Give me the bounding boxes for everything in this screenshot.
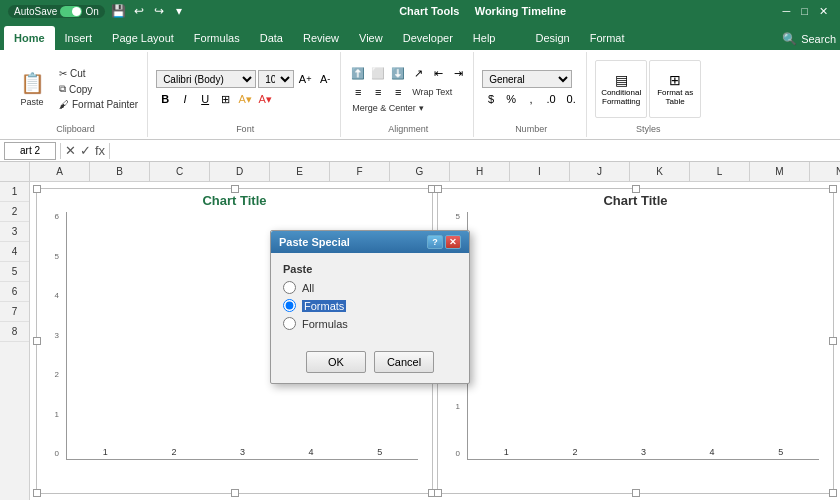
tab-page-layout[interactable]: Page Layout (102, 26, 184, 50)
tab-formulas[interactable]: Formulas (184, 26, 250, 50)
col-header-m[interactable]: M (750, 162, 810, 181)
decimal-decrease-button[interactable]: 0. (562, 90, 580, 108)
number-format-select[interactable]: General (482, 70, 572, 88)
conditional-formatting-button[interactable]: ▤ Conditional Formatting (595, 60, 647, 118)
col-header-l[interactable]: L (690, 162, 750, 181)
cancel-button[interactable]: Cancel (374, 351, 434, 373)
format-as-table-button[interactable]: ⊞ Format as Table (649, 60, 701, 118)
paste-formulas-option[interactable]: Formulas (283, 317, 457, 330)
row-num-3[interactable]: 3 (0, 222, 29, 242)
row-num-8[interactable]: 8 (0, 322, 29, 342)
decimal-increase-button[interactable]: .0 (542, 90, 560, 108)
search-label[interactable]: Search (801, 33, 836, 45)
paste-formats-radio[interactable] (283, 299, 296, 312)
col-header-g[interactable]: G (390, 162, 450, 181)
paste-all-radio[interactable] (283, 281, 296, 294)
font-size-select[interactable]: 10 (258, 70, 294, 88)
confirm-formula-icon[interactable]: ✓ (80, 143, 91, 158)
chart2-handle-bl[interactable] (434, 489, 442, 497)
bold-button[interactable]: B (156, 90, 174, 108)
chart1-handle-lm[interactable] (33, 337, 41, 345)
autosave-toggle-pill[interactable] (60, 6, 82, 17)
chart2-handle-bm[interactable] (632, 489, 640, 497)
col-header-d[interactable]: D (210, 162, 270, 181)
copy-button[interactable]: ⧉ Copy (56, 82, 141, 96)
align-middle-button[interactable]: ⬜ (369, 64, 387, 82)
chart1-handle-bm[interactable] (231, 489, 239, 497)
tab-review[interactable]: Review (293, 26, 349, 50)
minimize-btn[interactable]: ─ (778, 5, 794, 17)
chart2-wrapper[interactable]: Chart Title 0 1 2 3 4 5 (437, 188, 834, 494)
font-increase-btn[interactable]: A+ (296, 70, 314, 88)
cut-button[interactable]: ✂ Cut (56, 67, 141, 80)
text-direction-button[interactable]: ↗ (409, 64, 427, 82)
row-num-4[interactable]: 4 (0, 242, 29, 262)
indent-increase-button[interactable]: ⇥ (449, 64, 467, 82)
format-painter-button[interactable]: 🖌 Format Painter (56, 98, 141, 111)
undo-icon[interactable]: ↩ (131, 3, 147, 19)
maximize-btn[interactable]: □ (797, 5, 812, 17)
row-num-6[interactable]: 6 (0, 282, 29, 302)
fx-icon[interactable]: fx (95, 143, 105, 158)
tab-format[interactable]: Format (580, 26, 635, 50)
col-header-b[interactable]: B (90, 162, 150, 181)
redo-icon[interactable]: ↪ (151, 3, 167, 19)
tab-design[interactable]: Design (525, 26, 579, 50)
cancel-formula-icon[interactable]: ✕ (65, 143, 76, 158)
formula-input[interactable] (114, 142, 836, 160)
chart1-handle-tl[interactable] (33, 185, 41, 193)
dialog-help-btn[interactable]: ? (427, 235, 443, 249)
chart2-handle-br[interactable] (829, 489, 837, 497)
chart2-handle-tr[interactable] (829, 185, 837, 193)
tab-help[interactable]: Help (463, 26, 506, 50)
tab-insert[interactable]: Insert (55, 26, 103, 50)
paste-formats-option[interactable]: Formats (283, 299, 457, 312)
align-top-button[interactable]: ⬆️ (349, 64, 367, 82)
name-box[interactable]: art 2 (4, 142, 56, 160)
wrap-text-button[interactable]: Wrap Text (409, 86, 455, 98)
tab-home[interactable]: Home (4, 26, 55, 50)
ok-button[interactable]: OK (306, 351, 366, 373)
currency-button[interactable]: $ (482, 90, 500, 108)
chart2-handle-rm[interactable] (829, 337, 837, 345)
autosave-toggle[interactable]: AutoSave On (8, 5, 105, 18)
col-header-h[interactable]: H (450, 162, 510, 181)
close-btn[interactable]: ✕ (815, 5, 832, 17)
align-center-button[interactable]: ≡ (369, 83, 387, 101)
chart2-handle-tm[interactable] (632, 185, 640, 193)
col-header-i[interactable]: I (510, 162, 570, 181)
col-header-k[interactable]: K (630, 162, 690, 181)
chart1-handle-tm[interactable] (231, 185, 239, 193)
chart2-handle-tl[interactable] (434, 185, 442, 193)
dialog-close-btn[interactable]: ✕ (445, 235, 461, 249)
col-header-j[interactable]: J (570, 162, 630, 181)
col-header-c[interactable]: C (150, 162, 210, 181)
col-header-f[interactable]: F (330, 162, 390, 181)
col-header-n[interactable]: N (810, 162, 840, 181)
paste-formulas-radio[interactable] (283, 317, 296, 330)
more-icon[interactable]: ▾ (171, 3, 187, 19)
align-bottom-button[interactable]: ⬇️ (389, 64, 407, 82)
comma-button[interactable]: , (522, 90, 540, 108)
col-header-a[interactable]: A (30, 162, 90, 181)
italic-button[interactable]: I (176, 90, 194, 108)
tab-view[interactable]: View (349, 26, 393, 50)
tab-developer[interactable]: Developer (393, 26, 463, 50)
paste-all-option[interactable]: All (283, 281, 457, 294)
font-family-select[interactable]: Calibri (Body) (156, 70, 256, 88)
row-num-7[interactable]: 7 (0, 302, 29, 322)
save-icon[interactable]: 💾 (111, 3, 127, 19)
align-left-button[interactable]: ≡ (349, 83, 367, 101)
merge-center-button[interactable]: Merge & Center ▾ (349, 102, 427, 114)
indent-decrease-button[interactable]: ⇤ (429, 64, 447, 82)
font-color-button[interactable]: A▾ (256, 90, 274, 108)
fill-color-button[interactable]: A▾ (236, 90, 254, 108)
chart1-handle-bl[interactable] (33, 489, 41, 497)
font-decrease-btn[interactable]: A- (316, 70, 334, 88)
row-num-1[interactable]: 1 (0, 182, 29, 202)
row-num-2[interactable]: 2 (0, 202, 29, 222)
row-num-5[interactable]: 5 (0, 262, 29, 282)
tab-data[interactable]: Data (250, 26, 293, 50)
border-button[interactable]: ⊞ (216, 90, 234, 108)
col-header-e[interactable]: E (270, 162, 330, 181)
